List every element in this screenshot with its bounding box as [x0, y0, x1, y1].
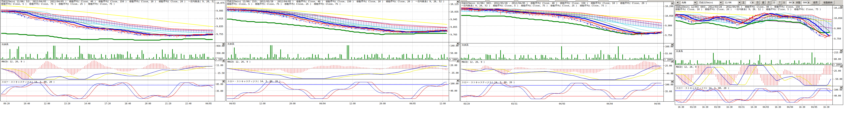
svg-text:85.00: 85.00 — [216, 83, 223, 85]
pane-collapse-button[interactable] — [456, 0, 459, 3]
svg-text:03/29: 03/29 — [690, 106, 696, 108]
pane-collapse-button[interactable] — [671, 44, 674, 46]
triangle-down-icon — [457, 61, 459, 62]
candlestick-plot-60min: 10,20010,0509,9009,750215.0080.0025.00-5… — [675, 0, 843, 110]
pane-collapse-button[interactable] — [456, 79, 459, 82]
svg-text:9,750: 9,750 — [834, 37, 841, 40]
volume-pane-label: 出来高 — [2, 43, 8, 46]
svg-text:9,945: 9,945 — [451, 18, 457, 21]
pane-collapse-button[interactable] — [671, 2, 674, 4]
svg-text:16:30: 16:30 — [678, 106, 684, 108]
svg-text:9,765: 9,765 — [451, 33, 457, 36]
svg-text:-15.50: -15.50 — [216, 72, 225, 75]
macd-pane-label: MACD( 12, 26, 9 ) — [462, 61, 485, 63]
volume-pane-label: 出来高 — [227, 43, 234, 45]
pane-collapse-button[interactable] — [840, 86, 842, 89]
svg-text:100.00: 100.00 — [834, 88, 842, 91]
svg-text:16:30: 16:30 — [823, 106, 829, 108]
svg-text:9,835: 9,835 — [216, 25, 223, 28]
triangle-down-icon — [222, 44, 224, 45]
svg-text:12:00: 12:00 — [349, 102, 355, 105]
svg-text:12:00: 12:00 — [439, 102, 446, 105]
svg-text:16:30: 16:30 — [750, 106, 757, 108]
stochastics-pane-label: スロー・ストキャスティクス( 14, 3, 80, 20 ) — [2, 81, 55, 83]
svg-text:20.00: 20.00 — [451, 64, 457, 67]
svg-text:04/05: 04/05 — [206, 102, 212, 105]
pane-collapse-button[interactable] — [456, 42, 459, 45]
svg-text:-35.00: -35.00 — [451, 72, 459, 74]
pane-collapse-button[interactable] — [222, 60, 225, 62]
pane-collapse-button[interactable] — [671, 60, 674, 62]
triangle-down-icon — [840, 66, 842, 67]
triangle-down-icon — [457, 43, 459, 44]
stochastics-pane-label: スロー・ストキャスティクス( 14, 3, 80, 20 ) — [462, 81, 515, 84]
svg-text:18:40: 18:40 — [125, 102, 131, 105]
pane-collapse-button[interactable] — [222, 80, 225, 82]
svg-text:04/04: 04/04 — [787, 106, 793, 108]
svg-text:35.00: 35.00 — [216, 90, 223, 93]
pane-collapse-button[interactable] — [456, 60, 459, 62]
svg-text:-50.00: -50.00 — [834, 78, 842, 80]
svg-text:20:00: 20:00 — [289, 102, 296, 105]
svg-text:10,050: 10,050 — [665, 15, 673, 17]
svg-text:9,855: 9,855 — [451, 26, 457, 28]
triangle-down-icon — [671, 61, 673, 62]
chart-window-30min: 10,20010,0509,9009,750160.0055.0025.00-4… — [461, 0, 674, 130]
svg-text:04/03: 04/03 — [559, 103, 565, 105]
pane-collapse-button[interactable] — [840, 6, 842, 8]
pane-collapse-button[interactable] — [671, 80, 674, 83]
pane-collapse-button[interactable] — [840, 50, 842, 52]
triangle-down-icon — [840, 87, 842, 88]
svg-text:09:20: 09:20 — [3, 102, 10, 105]
triangle-down-icon — [671, 81, 673, 82]
svg-text:10,050: 10,050 — [834, 17, 842, 20]
svg-text:100.00: 100.00 — [451, 82, 459, 85]
triangle-down-icon — [840, 6, 842, 8]
volume-pane-label: 出来高 — [462, 44, 468, 46]
svg-text:20:00: 20:00 — [379, 102, 385, 105]
trading-app-workspace: { "toolbar": { "category": "先物", "symbol… — [0, 0, 868, 130]
svg-text:04/05: 04/05 — [409, 102, 416, 105]
candlestick-plot-30min: 10,20010,0509,9009,750160.0055.0025.00-4… — [461, 0, 674, 107]
svg-text:35.00: 35.00 — [665, 90, 672, 93]
svg-text:14:40: 14:40 — [84, 102, 91, 105]
pane-collapse-button[interactable] — [222, 43, 225, 45]
svg-text:50.00: 50.00 — [451, 52, 457, 54]
svg-text:04/04: 04/04 — [319, 102, 326, 105]
triangle-down-icon — [457, 80, 459, 81]
svg-text:12:00: 12:00 — [259, 102, 266, 105]
macd-pane-label: MACD( 12, 26, 9 ) — [2, 60, 25, 63]
svg-text:9,900: 9,900 — [834, 27, 841, 30]
svg-text:16:30: 16:30 — [726, 106, 733, 108]
svg-text:16:30: 16:30 — [799, 106, 805, 108]
stochastics-pane-label: スロー・ストキャスティクス( 14, 3, 80, 20 ) — [676, 87, 729, 89]
svg-text:9,755: 9,755 — [216, 33, 223, 35]
svg-text:13:20: 13:20 — [64, 102, 70, 105]
svg-text:10,075: 10,075 — [216, 2, 225, 4]
svg-text:350.00: 350.00 — [216, 52, 225, 54]
chart-window-15min: 10,12510,0359,9459,8559,765140.0050.0020… — [226, 0, 460, 130]
svg-text:04/05: 04/05 — [811, 106, 817, 108]
svg-text:17:20: 17:20 — [104, 102, 111, 105]
svg-text:9,995: 9,995 — [216, 9, 223, 12]
svg-text:40.00: 40.00 — [834, 95, 841, 97]
svg-text:11.00: 11.00 — [216, 64, 223, 67]
svg-text:20:00: 20:00 — [145, 102, 151, 105]
svg-text:04/03: 04/03 — [763, 106, 769, 108]
svg-text:-40.00: -40.00 — [665, 72, 673, 75]
svg-text:03/31: 03/31 — [511, 103, 517, 105]
chart-window-60min: 先物 日経225mini 12/06 足 1 日 週 月 分 T 分 60 本数… — [675, 0, 843, 130]
triangle-down-icon — [671, 3, 673, 4]
svg-text:25.00: 25.00 — [665, 64, 672, 67]
svg-text:04/04: 04/04 — [607, 103, 613, 105]
candlestick-plot-5min: 10,0759,9959,9159,8359,755950.00350.0011… — [0, 0, 225, 107]
pane-collapse-button[interactable] — [840, 65, 842, 68]
triangle-down-icon — [840, 50, 842, 51]
volume-pane-label: 出来高 — [676, 50, 683, 52]
svg-text:9,915: 9,915 — [216, 17, 223, 20]
svg-text:10,035: 10,035 — [451, 10, 459, 13]
svg-text:9,750: 9,750 — [665, 34, 672, 36]
triangle-down-icon — [457, 1, 459, 2]
candlestick-plot-15min: 10,12510,0359,9459,8559,765140.0050.0020… — [226, 0, 460, 107]
svg-text:40.00: 40.00 — [451, 89, 457, 92]
